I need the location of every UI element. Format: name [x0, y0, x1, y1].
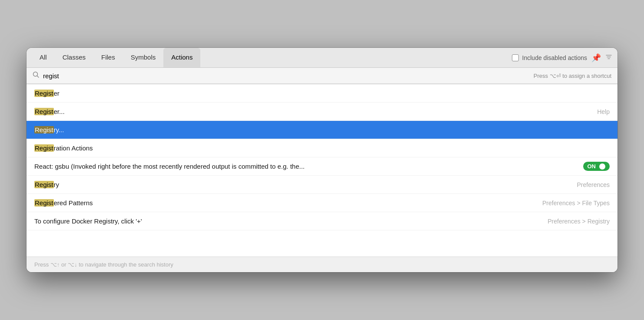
result-item-registered-patterns[interactable]: Registered Patterns Preferences > File T…	[27, 194, 617, 212]
result-hint: Help	[597, 108, 610, 115]
tab-actions[interactable]: Actions	[163, 48, 200, 67]
result-label: Registry...	[34, 126, 64, 133]
result-item-register[interactable]: Register	[27, 84, 617, 103]
pin-icon[interactable]: 📌	[591, 53, 601, 63]
result-item-register-ellipsis[interactable]: Register... Help	[27, 103, 617, 121]
include-disabled-container: Include disabled actions	[512, 54, 587, 61]
tab-all[interactable]: All	[32, 48, 55, 67]
toggle-knob	[599, 163, 605, 170]
result-label: Register...	[34, 108, 65, 115]
search-bar: Press ⌥⏎ to assign a shortcut	[27, 68, 617, 84]
include-disabled-label: Include disabled actions	[522, 54, 587, 61]
result-item-react-gsbu[interactable]: React: gsbu (Invoked right before the mo…	[27, 157, 617, 176]
result-item-docker-registry[interactable]: To configure Docker Registry, click '+' …	[27, 212, 617, 230]
footer-hint: Press ⌥↑ or ⌥↓ to navigate through the s…	[34, 261, 173, 268]
result-label: Registration Actions	[34, 144, 93, 152]
match-highlight: Regist	[34, 126, 54, 133]
match-highlight: Regist	[34, 199, 54, 207]
toggle-on[interactable]: ON	[583, 162, 610, 171]
results-list: Register Register... Help Registry... Re…	[27, 84, 617, 230]
tab-bar: All Classes Files Symbols Actions Includ…	[27, 48, 617, 68]
match-highlight: Regist	[34, 144, 54, 152]
search-shortcut-hint: Press ⌥⏎ to assign a shortcut	[534, 73, 611, 79]
footer: Press ⌥↑ or ⌥↓ to navigate through the s…	[27, 257, 617, 272]
search-dialog: All Classes Files Symbols Actions Includ…	[27, 48, 617, 272]
filter-icon[interactable]	[605, 53, 612, 62]
result-label: React: gsbu (Invoked right before the mo…	[34, 163, 305, 170]
result-item-registry[interactable]: Registry...	[27, 121, 617, 139]
svg-line-1	[37, 76, 39, 78]
result-hint: Preferences > File Types	[542, 200, 610, 207]
include-disabled-checkbox[interactable]	[512, 54, 519, 61]
result-item-registry-plain[interactable]: Registry Preferences	[27, 176, 617, 194]
match-highlight: Regist	[34, 108, 54, 115]
tab-files[interactable]: Files	[93, 48, 123, 67]
result-label: Register	[34, 90, 60, 97]
result-item-registration-actions[interactable]: Registration Actions	[27, 139, 617, 157]
match-highlight: Regist	[34, 181, 54, 188]
result-hint: Preferences	[577, 181, 610, 188]
tab-symbols[interactable]: Symbols	[123, 48, 164, 67]
result-label: To configure Docker Registry, click '+'	[34, 217, 142, 225]
tab-classes[interactable]: Classes	[55, 48, 93, 67]
result-hint: Preferences > Registry	[548, 218, 610, 225]
result-label: Registered Patterns	[34, 199, 93, 207]
tab-bar-right: Include disabled actions 📌	[512, 48, 612, 67]
result-label: Registry	[34, 181, 59, 188]
match-highlight: Regist	[34, 90, 54, 97]
search-input[interactable]	[43, 72, 530, 80]
empty-space	[27, 230, 617, 257]
search-icon	[33, 71, 40, 80]
